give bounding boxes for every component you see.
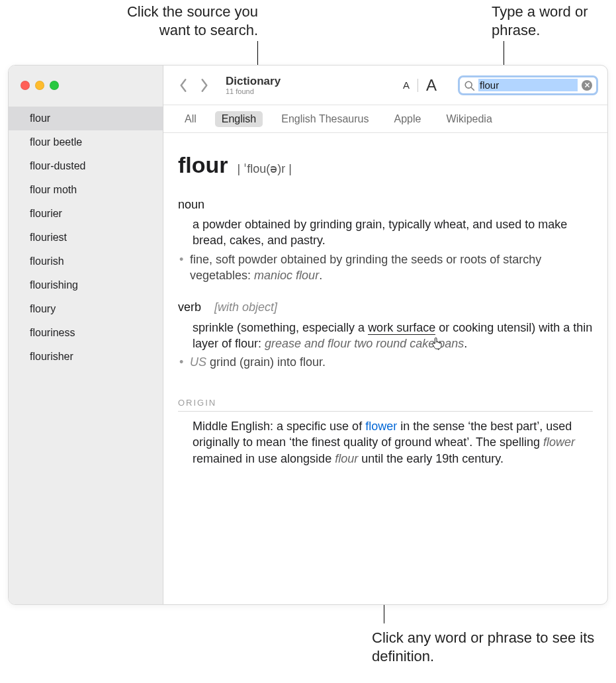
source-tab-english-thesaurus[interactable]: English Thesaurus [275,111,375,127]
found-count: 11 found [226,87,281,95]
verb-sub-text: grind (grain) into flour. [206,355,326,369]
nav-arrows [178,78,210,93]
origin-it1: flower [543,435,575,449]
verb-example: grease and flour two round cake pans [265,337,464,350]
title-block: Dictionary 11 found [226,75,281,96]
pos-label-verb: verb [178,300,201,314]
text-size-controls: A A [403,76,437,95]
entry-content: flour | ˈflou(ə)r | noun a powder obtain… [163,133,607,604]
nav-back-button[interactable] [178,78,189,93]
pronunciation: | ˈflou(ə)r | [238,161,292,177]
pos-row-verb: verb [with object] [178,299,593,315]
sidebar-item-flourishing[interactable]: flourishing [9,273,163,297]
minimize-button[interactable] [35,81,44,90]
sidebar-item-flouriest[interactable]: flouriest [9,226,163,250]
source-tab-apple[interactable]: Apple [388,111,428,127]
verb-block: verb [with object] sprinkle (something, … [178,299,593,370]
origin-link-flower[interactable]: flower [365,420,397,433]
sidebar-item-label: flour-dusted [30,160,86,172]
chevron-left-icon [178,78,189,93]
sidebar-list: flourflour beetleflour-dustedflour mothf… [9,105,163,369]
sidebar-item-label: flouriness [30,327,75,339]
svg-point-0 [465,81,472,88]
headword: flour [178,150,228,181]
origin-text: Middle English: a specific use of flower… [178,418,593,467]
noun-sub-example: manioc flour [254,269,319,282]
noun-subsense: fine, soft powder obtained by grinding t… [178,251,593,284]
origin-t4: until the early 19th century. [358,452,504,465]
sidebar-item-flour-moth[interactable]: flour moth [9,178,163,202]
sidebar-item-label: floury [30,303,56,315]
sidebar-item-label: flourishing [30,279,78,291]
zoom-button[interactable] [50,81,59,90]
nav-forward-button[interactable] [199,78,210,93]
verb-subsense: US grind (grain) into flour. [178,354,593,370]
text-size-large-button[interactable]: A [426,76,437,95]
callout-word: Click any word or phrase to see its defi… [372,629,597,665]
sidebar-item-flour-beetle[interactable]: flour beetle [9,130,163,154]
clear-search-button[interactable] [582,80,592,91]
origin-it2: flour [335,452,358,465]
search-field[interactable] [458,75,598,95]
sidebar-item-flouriness[interactable]: flouriness [9,321,163,345]
main: Dictionary 11 found A A [163,66,607,604]
noun-sense: a powder obtained by grinding grain, typ… [178,216,593,249]
source-tabs: AllEnglishEnglish ThesaurusAppleWikipedi… [163,105,607,133]
chevron-right-icon [199,78,210,93]
callout-sources: Click the source you want to search. [106,3,258,39]
origin-t1: Middle English: a specific use of [193,420,365,433]
source-tab-all[interactable]: All [178,111,203,127]
divider [418,79,418,92]
noun-sub-prefix: fine, soft powder obtained by grinding t… [190,253,541,282]
verb-def-suffix: . [464,337,467,350]
region-tag: US [190,355,206,369]
sidebar-item-label: flour moth [30,184,77,196]
search-input[interactable] [478,79,578,91]
callout-search: Type a word or phrase. [492,3,607,39]
noun-sub-suffix: . [319,269,322,282]
origin-label: ORIGIN [178,397,593,409]
sidebar-item-label: flourisher [30,351,73,363]
pos-label-noun: noun [178,197,593,212]
noun-block: noun a powder obtained by grinding grain… [178,197,593,283]
verb-sense: sprinkle (something, especially a work s… [178,320,593,352]
search-icon [464,80,476,92]
sidebar-item-label: flourier [30,208,62,220]
sidebar-item-label: flour beetle [30,136,82,148]
sidebar-item-label: flourish [30,255,64,267]
headword-row: flour | ˈflou(ə)r | [178,150,593,181]
close-icon [584,82,590,88]
sidebar-item-flour[interactable]: flour [9,107,163,130]
source-tab-wikipedia[interactable]: Wikipedia [439,111,498,127]
verb-meta: [with object] [214,300,277,314]
origin-t3: remained in use alongside [193,452,335,465]
sidebar: flourflour beetleflour-dustedflour mothf… [9,66,163,604]
toolbar: Dictionary 11 found A A [163,66,607,105]
sidebar-item-label: flour [30,113,50,124]
verb-linked-phrase[interactable]: work surface [368,321,435,335]
svg-line-1 [471,87,474,90]
app-window: flourflour beetleflour-dustedflour mothf… [8,65,608,605]
sidebar-item-flourier[interactable]: flourier [9,202,163,226]
close-button[interactable] [21,81,30,90]
traffic-lights [9,66,163,105]
verb-def-prefix: sprinkle (something, especially a [193,321,368,334]
sidebar-item-floury[interactable]: floury [9,297,163,321]
sidebar-item-flourish[interactable]: flourish [9,250,163,273]
origin-divider [178,411,593,412]
sidebar-item-label: flouriest [30,232,67,244]
app-title: Dictionary [226,75,281,88]
sidebar-item-flourisher[interactable]: flourisher [9,345,163,369]
sidebar-item-flour-dusted[interactable]: flour-dusted [9,154,163,178]
text-size-small-button[interactable]: A [403,79,410,91]
source-tab-english[interactable]: English [215,111,263,127]
